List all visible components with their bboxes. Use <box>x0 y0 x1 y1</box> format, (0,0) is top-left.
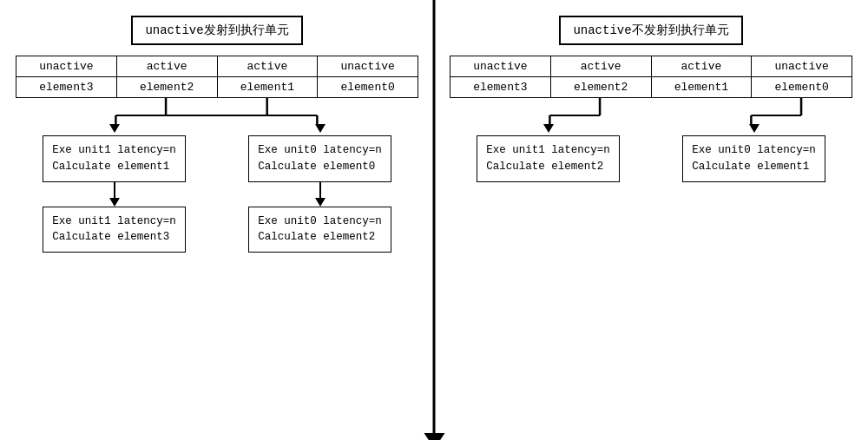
left-elements-row: element3 element2 element1 element0 <box>16 77 418 98</box>
right-flow-col1: Exe unit1 latency=n Calculate element2 <box>450 124 647 182</box>
right-exe1-line1: Exe unit1 latency=n <box>486 142 610 159</box>
right-state-0: unactive <box>450 56 551 77</box>
left-exe-row2: Exe unit1 latency=n Calculate element3 E… <box>16 207 418 253</box>
left-exe-box2: Exe unit0 latency=n Calculate element0 <box>248 135 391 182</box>
left-flow-col2: Exe unit0 latency=n Calculate element0 <box>221 124 418 182</box>
right-exe-row1: Exe unit1 latency=n Calculate element2 E… <box>450 124 852 182</box>
right-states-row: unactive active active unactive <box>450 56 852 77</box>
right-exe-box1: Exe unit1 latency=n Calculate element2 <box>477 135 620 182</box>
right-panel: unactive不发射到执行单元 unactive active active … <box>434 0 868 440</box>
right-state-2: active <box>651 56 752 77</box>
left-exe3-line2: Calculate element3 <box>52 229 176 246</box>
right-exe2-line1: Exe unit0 latency=n <box>692 142 816 159</box>
left-v-arrow1 <box>109 182 120 207</box>
left-v-arrow-head1 <box>109 198 120 207</box>
center-divider <box>433 0 436 440</box>
right-exe-box2: Exe unit0 latency=n Calculate element1 <box>682 135 825 182</box>
right-title: unactive不发射到执行单元 <box>559 16 742 45</box>
main-container: unactive发射到执行单元 unactive active active u… <box>0 0 868 440</box>
left-state-2: active <box>217 56 318 77</box>
left-states-row: unactive active active unactive <box>16 56 418 77</box>
left-exe3-line1: Exe unit1 latency=n <box>52 213 176 230</box>
left-exe-box3: Exe unit1 latency=n Calculate element3 <box>43 207 186 253</box>
left-exe-box4: Exe unit0 latency=n Calculate element2 <box>248 207 391 253</box>
right-elements-row: element3 element2 element1 element0 <box>450 77 852 98</box>
left-arrows2 <box>16 182 418 207</box>
left-exe1-line2: Calculate element1 <box>52 159 176 175</box>
left-title: unactive发射到执行单元 <box>131 16 302 45</box>
left-elements-table: unactive active active unactive element3… <box>16 56 418 98</box>
left-exe-box1: Exe unit1 latency=n Calculate element1 <box>43 135 186 182</box>
left-element-0: element3 <box>16 77 117 98</box>
right-element-3: element0 <box>752 77 852 98</box>
right-state-3: unactive <box>752 56 852 77</box>
left-exe-row1: Exe unit1 latency=n Calculate element1 E… <box>16 124 418 182</box>
left-element-1: element2 <box>116 77 217 98</box>
left-exe4-line2: Calculate element2 <box>258 229 382 246</box>
left-exe2-line1: Exe unit0 latency=n <box>258 142 382 159</box>
left-panel: unactive发射到执行单元 unactive active active u… <box>0 0 434 440</box>
left-arrow-col2 <box>221 182 418 207</box>
left-exe2-line2: Calculate element0 <box>258 159 382 175</box>
left-element-2: element1 <box>217 77 318 98</box>
right-arrow-head1 <box>543 124 554 133</box>
right-element-1: element2 <box>550 77 651 98</box>
right-arrow-head2 <box>749 124 760 133</box>
left-exe1-line1: Exe unit1 latency=n <box>52 142 176 159</box>
right-element-2: element1 <box>651 77 752 98</box>
right-elements-table: unactive active active unactive element3… <box>450 56 852 98</box>
left-state-1: active <box>116 56 217 77</box>
left-v-arrow-line1 <box>114 182 115 198</box>
left-state-0: unactive <box>16 56 117 77</box>
right-state-1: active <box>550 56 651 77</box>
left-title-text: unactive发射到执行单元 <box>145 23 288 37</box>
left-flow-col3: Exe unit1 latency=n Calculate element3 <box>16 207 213 253</box>
left-v-arrow2 <box>315 182 326 207</box>
left-arrow-col1 <box>16 182 213 207</box>
right-exe2-line2: Calculate element1 <box>692 159 816 175</box>
left-element-3: element0 <box>318 77 418 98</box>
right-exe1-line2: Calculate element2 <box>486 159 610 175</box>
left-v-arrow-line2 <box>319 182 321 198</box>
left-connectors <box>16 98 418 124</box>
main-arrow-down <box>424 433 444 440</box>
right-element-0: element3 <box>450 77 551 98</box>
left-flow-col4: Exe unit0 latency=n Calculate element2 <box>221 207 418 253</box>
left-arrow-head1 <box>109 124 120 133</box>
right-connectors <box>450 98 852 124</box>
right-title-text: unactive不发射到执行单元 <box>573 23 728 37</box>
right-flow-col2: Exe unit0 latency=n Calculate element1 <box>655 124 852 182</box>
left-arrow-head2 <box>315 124 326 133</box>
left-flow-col1: Exe unit1 latency=n Calculate element1 <box>16 124 213 182</box>
left-state-3: unactive <box>318 56 418 77</box>
left-v-arrow-head2 <box>315 198 326 207</box>
left-exe4-line1: Exe unit0 latency=n <box>258 213 382 230</box>
